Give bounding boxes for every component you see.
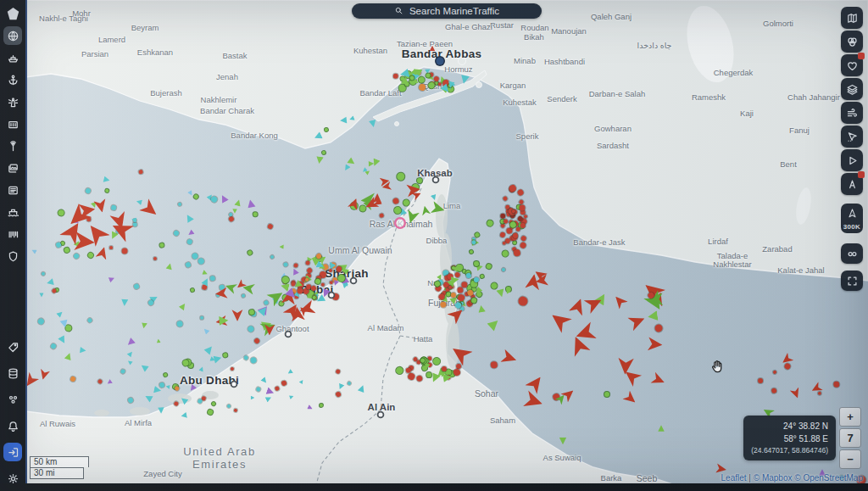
vessel-marker-g-arrow[interactable] [242,282,255,295]
vessel-marker-c-tri[interactable] [139,362,149,372]
vessel-marker-c-tri[interactable] [126,359,133,365]
vessel-marker-r-dot[interactable] [453,271,461,279]
vessel-marker-r-dot[interactable] [305,260,310,265]
vessel-marker-r-arrow[interactable] [282,301,302,321]
vessel-marker-c-dot[interactable] [501,267,506,272]
vessel-marker-c-tri[interactable] [260,377,269,385]
vessel-counter[interactable]: 300K [841,204,863,233]
vessel-marker-r-dot[interactable] [202,285,207,290]
vessel-marker-g-dot[interactable] [224,354,228,358]
vessel-marker-r-arrow[interactable] [651,371,667,388]
vessel-marker-r-dot[interactable] [97,378,103,384]
vessel-marker-o-dot[interactable] [451,293,456,298]
vessel-marker-r-arrow[interactable] [523,390,545,412]
vessel-marker-g-dot[interactable] [397,172,405,181]
vessel-marker-g-dot[interactable] [447,292,451,296]
vessel-marker-r-dot[interactable] [433,75,440,81]
vessel-marker-r-dot[interactable] [253,337,260,343]
vessel-marker-r-dot[interactable] [336,369,342,375]
vessel-marker-c-tri[interactable] [127,349,135,357]
vessel-marker-c-tri[interactable] [204,343,216,355]
vessel-marker-g-arrow[interactable] [420,204,431,215]
sidebar-item-data-services[interactable] [3,225,22,243]
sidebar-item-coverage[interactable] [3,137,22,155]
vessel-marker-g-dot[interactable] [392,206,402,215]
vessel-marker-c-tri[interactable] [120,299,128,306]
vessel-marker-r-arrow[interactable] [648,336,663,351]
vessel-marker-g-tri[interactable] [178,302,187,311]
vessel-marker-r-arrow[interactable] [139,198,162,221]
vessel-marker-r-dot[interactable] [407,372,415,381]
vessel-marker-g-tri[interactable] [496,288,506,299]
vessel-marker-c-dot[interactable] [256,386,261,391]
vessel-marker-g-dot[interactable] [502,250,510,259]
nearby-vessels-button[interactable] [841,173,863,195]
vessel-marker-c-dot[interactable] [197,257,204,265]
vessel-marker-r-arrow[interactable] [38,369,51,382]
vessel-marker-g-dot[interactable] [395,366,404,376]
vessel-marker-c-tri[interactable] [56,310,64,318]
vessel-marker-g-dot[interactable] [66,325,72,331]
vessel-marker-g-dot[interactable] [211,401,215,405]
vessel-marker-g-tri[interactable] [141,322,147,329]
vessel-marker-g-dot[interactable] [105,188,109,192]
vessel-marker-g-tri[interactable] [64,351,73,360]
vessel-marker-r-dot[interactable] [783,362,792,371]
vessel-marker-c-dot[interactable] [264,299,270,305]
vessel-marker-b-tri[interactable] [202,326,210,335]
vessel-marker-r-dot[interactable] [281,381,287,387]
vessel-marker-r-dot[interactable] [335,391,342,398]
vessel-marker-o-dot[interactable] [418,83,426,92]
vessel-marker-g-dot[interactable] [469,250,474,255]
vessel-marker-c-dot[interactable] [127,397,134,404]
vessel-marker-r-dot[interactable] [457,287,464,293]
vessel-marker-g-tri[interactable] [156,338,161,343]
vessel-marker-g-dot[interactable] [163,372,168,377]
vessel-marker-g-dot[interactable] [475,232,481,237]
playback-button[interactable] [841,149,863,171]
vessel-marker-c-tri[interactable] [103,176,111,183]
zoom-out-button[interactable]: − [839,449,861,469]
vessel-marker-p-tri[interactable] [265,387,275,397]
vessel-marker-c-dot[interactable] [41,271,46,276]
vessel-marker-c-tri[interactable] [298,378,304,384]
vessel-marker-g-dot[interactable] [320,404,323,407]
vessel-marker-c-dot[interactable] [73,253,80,259]
vessel-marker-r-dot[interactable] [518,198,524,204]
vessel-marker-r-dot[interactable] [329,269,333,273]
vessel-marker-c-dot[interactable] [186,238,193,245]
vessel-marker-c-tri[interactable] [213,354,223,364]
vessel-marker-p-tri[interactable] [246,198,256,209]
vessel-marker-r-arrow[interactable] [547,308,572,333]
vessel-marker-r-dot[interactable] [771,388,777,394]
vessel-marker-g-dot[interactable] [604,392,609,397]
sidebar-item-marinetraffic-logo[interactable] [3,4,22,23]
vessel-marker-dr-dot[interactable] [499,214,505,220]
vessel-marker-r-dot[interactable] [392,197,400,204]
vessel-marker-c-tri[interactable] [348,115,355,122]
vessel-marker-r-dot[interactable] [109,246,113,249]
vessel-marker-c-dot[interactable] [133,284,140,291]
vessel-marker-r-dot[interactable] [516,295,530,309]
sidebar-item-notifications[interactable] [3,416,22,435]
vessel-marker-o-dot[interactable] [70,376,76,382]
vessel-marker-c-tri[interactable] [289,394,295,400]
vessel-marker-p-tri[interactable] [218,193,229,204]
vessel-marker-r-dot[interactable] [298,288,303,294]
layers-button[interactable] [841,78,863,100]
vessel-marker-r-dot[interactable] [267,223,274,230]
station-marker[interactable] [437,58,444,65]
vessel-marker-c-dot[interactable] [347,381,352,386]
sidebar-item-news[interactable] [3,181,22,199]
vessel-marker-r-dot[interactable] [519,241,527,249]
vessel-marker-r-dot[interactable] [230,366,234,371]
filters-button[interactable] [841,31,863,53]
vessel-marker-g-tri[interactable] [315,156,324,165]
vessel-marker-c-tri[interactable] [57,334,68,345]
vessel-marker-c-dot[interactable] [226,404,231,409]
vessel-marker-c-dot[interactable] [209,275,215,281]
sidebar-item-stations[interactable] [3,114,22,133]
vessel-marker-r-dot[interactable] [121,248,128,254]
leaflet-link[interactable]: Leaflet [721,473,747,483]
vessel-marker-c-tri[interactable] [143,393,153,403]
